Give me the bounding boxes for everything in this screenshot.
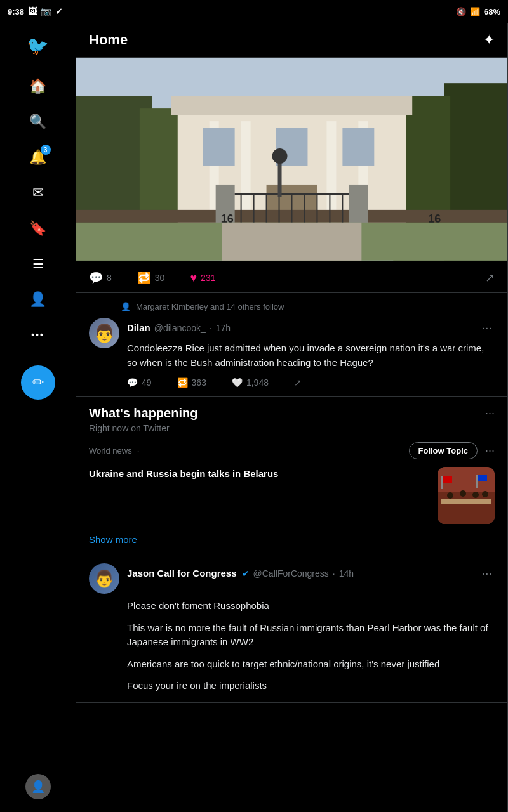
retweet-count: 30 [155, 273, 165, 283]
follow-topic-button[interactable]: Follow Topic [409, 442, 478, 459]
compose-icon: ✏ [32, 374, 44, 391]
notification-badge: 3 [41, 145, 51, 155]
jason-name: Jason Call for Congress [127, 568, 237, 579]
svg-rect-33 [222, 223, 362, 261]
svg-rect-41 [441, 476, 443, 489]
heart-icon: ♥ [190, 272, 197, 285]
svg-rect-42 [443, 476, 452, 483]
svg-rect-13 [342, 128, 374, 166]
jason-para-4: Focus your ire on the imperialists [127, 679, 495, 693]
jason-time: 14h [339, 568, 354, 579]
whats-happening-header: What's happening ··· [89, 406, 495, 421]
photo-icon: 🖼 [28, 6, 37, 16]
comment-icon: 💬 [127, 377, 138, 388]
jason-tweet-card: 👨 Jason Call for Congress ✔ @CallForCong… [76, 554, 507, 703]
svg-rect-30 [278, 159, 282, 197]
sparkle-button[interactable]: ✦ [483, 32, 495, 48]
svg-rect-44 [478, 475, 487, 481]
jason-para-3: Americans are too quick to target ethnic… [127, 657, 495, 672]
share-icon: ↗ [485, 271, 495, 285]
list-icon: ☰ [32, 256, 44, 272]
dilan-tweet-body: Condoleezza Rice just admitted when you … [127, 341, 495, 370]
topic-more-button[interactable]: ··· [485, 444, 495, 457]
jason-more-button[interactable]: ··· [479, 563, 495, 583]
sidebar-item-search[interactable]: 🔍 [23, 107, 53, 137]
news-thumbnail [438, 467, 495, 524]
avatar-icon: 👤 [31, 780, 45, 794]
sidebar-item-lists[interactable]: ☰ [23, 249, 53, 279]
like-action[interactable]: ♥ 231 [190, 272, 215, 285]
retweet-action[interactable]: 🔁 30 [137, 271, 165, 285]
svg-rect-11 [203, 128, 235, 166]
svg-point-40 [482, 491, 488, 497]
jason-tweet-header: 👨 Jason Call for Congress ✔ @CallForCong… [89, 563, 495, 594]
svg-rect-43 [476, 475, 478, 488]
topic-dot-sep: · [137, 446, 140, 455]
dilan-user-row: Dilan @dilancook_ · 17h ··· [127, 318, 495, 337]
topic-category: World news [89, 446, 132, 455]
show-more-link[interactable]: Show more [89, 534, 495, 545]
sidebar-item-bookmarks[interactable]: 🔖 [23, 213, 53, 244]
whats-happening-section: What's happening ··· Right now on Twitte… [76, 397, 507, 554]
jason-tweet-meta: Jason Call for Congress ✔ @CallForCongre… [127, 563, 495, 584]
retweet-icon: 🔁 [137, 271, 151, 285]
verified-badge: ✔ [242, 568, 250, 579]
jason-avatar-img: 👨 [94, 569, 114, 589]
sidebar-item-home[interactable]: 🏠 [23, 71, 53, 102]
camera-icon: 📷 [41, 6, 51, 16]
dilan-tweet-meta: Dilan @dilancook_ · 17h ··· Condoleezza … [127, 318, 495, 388]
battery-level: 68% [484, 7, 500, 16]
heart-icon: 🤍 [232, 377, 243, 388]
follow-hint-text: Margaret Kimberley and 14 others follow [136, 302, 284, 311]
news-thumb-svg [438, 467, 495, 524]
dilan-like-count: 1,948 [246, 377, 269, 388]
dilan-avatar[interactable]: 👨 [89, 318, 119, 348]
retweet-icon: 🔁 [177, 377, 188, 388]
page-header: Home ✦ [76, 23, 507, 58]
more-icon: ••• [31, 330, 44, 340]
sidebar-item-more[interactable]: ••• [23, 320, 53, 350]
dilan-share-action[interactable]: ↗ [294, 377, 302, 388]
share-icon: ↗ [294, 377, 302, 388]
sidebar: 🐦 🏠 🔍 🔔 3 ✉ 🔖 ☰ 👤 ••• ✏ 👤 [0, 23, 76, 812]
topic-row: World news · Follow Topic ··· [89, 442, 495, 459]
jason-user-info: Jason Call for Congress ✔ @CallForCongre… [127, 568, 354, 579]
comment-action[interactable]: 💬 8 [89, 271, 112, 285]
person-icon: 👤 [121, 302, 131, 311]
page-title: Home [89, 32, 128, 48]
svg-point-37 [447, 492, 453, 499]
sidebar-item-notifications[interactable]: 🔔 3 [23, 142, 53, 173]
svg-rect-36 [441, 499, 491, 504]
jason-para-1: Please don't foment Russophobia [127, 599, 495, 613]
dilan-user-info: Dilan @dilancook_ · 17h [127, 322, 231, 333]
comment-count: 8 [107, 273, 112, 283]
whats-happening-more-button[interactable]: ··· [485, 407, 495, 420]
wifi-icon: 📶 [470, 7, 480, 16]
whats-happening-subtitle: Right now on Twitter [89, 423, 495, 433]
tweet-image: 16 16 [76, 58, 507, 261]
topic-label: World news · [89, 446, 139, 455]
share-action[interactable]: ↗ [485, 271, 495, 285]
dilan-handle: @dilancook_ [154, 323, 206, 333]
dilan-comment-action[interactable]: 💬 49 [127, 377, 152, 388]
user-avatar[interactable]: 👤 [25, 774, 51, 799]
home-icon: 🏠 [29, 78, 46, 95]
status-bar: 9:38 🖼 📷 ✓ 🔇 📶 68% [0, 0, 508, 23]
dilan-retweet-action[interactable]: 🔁 363 [177, 377, 206, 388]
status-time: 9:38 [8, 7, 24, 16]
twitter-logo-button[interactable]: 🐦 [23, 30, 53, 61]
svg-rect-6 [171, 96, 412, 115]
jason-avatar[interactable]: 👨 [89, 563, 119, 594]
person-icon: 👤 [29, 291, 46, 308]
dilan-tweet-card: 👤 Margaret Kimberley and 14 others follo… [76, 293, 507, 397]
sidebar-item-profile[interactable]: 👤 [23, 284, 53, 315]
dilan-name: Dilan [127, 322, 150, 333]
dilan-like-action[interactable]: 🤍 1,948 [232, 377, 269, 388]
jason-handle: @CallForCongress [253, 568, 329, 579]
compose-button[interactable]: ✏ [21, 365, 55, 400]
dilan-retweet-count: 363 [192, 377, 206, 388]
news-item: Ukraine and Russia begin talks in Belaru… [89, 467, 495, 524]
sidebar-item-messages[interactable]: ✉ [23, 178, 53, 208]
dilan-tweet-stats: 💬 49 🔁 363 🤍 1,948 ↗ [127, 377, 495, 388]
dilan-more-button[interactable]: ··· [479, 318, 495, 337]
